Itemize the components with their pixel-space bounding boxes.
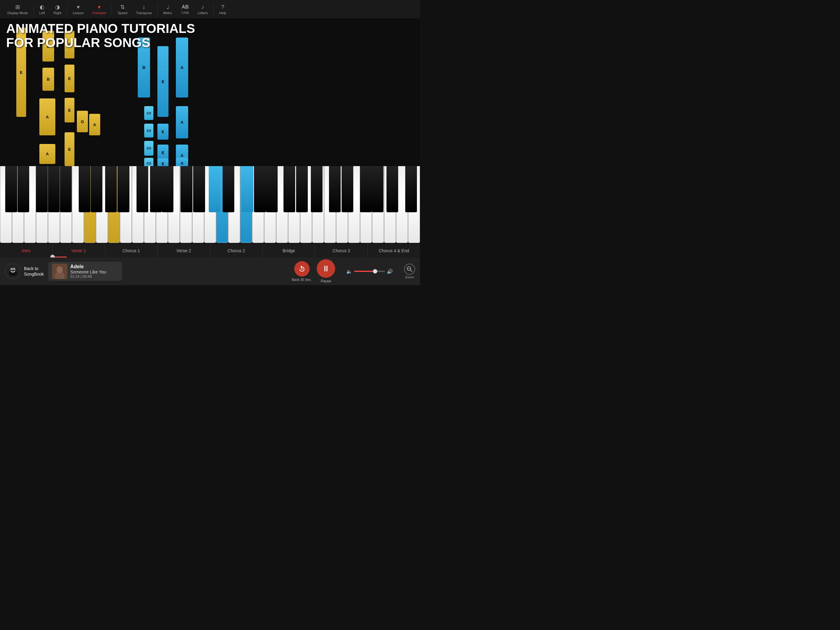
timeline-chorus2[interactable]: Chorus 2 [210,244,263,258]
note-bar: C# [144,158,153,166]
black-key[interactable] [117,166,129,212]
speed-icon: ⇅ [120,4,125,11]
black-key[interactable] [180,166,192,212]
black-key[interactable] [296,166,308,212]
transpose-icon: ↕ [143,4,145,11]
avatar-icon [5,263,21,279]
bottom-bar: Back to SongBook Adele Someone Like You … [0,258,420,285]
help-icon: ? [221,4,224,11]
play-pause-button[interactable]: ⏸ [317,259,335,278]
black-key[interactable] [311,166,322,212]
black-key[interactable] [329,166,341,212]
note-bar: E [158,158,169,166]
timeline-chorus1[interactable]: Chorus 1 [105,244,158,258]
note-bar: G [77,111,88,132]
toolbar-left[interactable]: ◐ Left [35,4,49,15]
black-key[interactable] [48,166,60,212]
watermark: ANIMATED PIANO TUTORIALS FOR POPULAR SON… [6,22,195,50]
note-bar: E [65,98,74,122]
black-key[interactable] [223,166,234,212]
right-icon: ◑ [55,4,60,11]
song-thumbnail [52,264,67,279]
toolbar-transpose[interactable]: ↕ Transpose [132,4,156,15]
black-key[interactable] [387,166,398,212]
note-bar: A [39,144,55,164]
piano-container [0,166,420,243]
black-key[interactable] [91,166,103,212]
playback-controls: 30 Back 30 Sec. ⏸ Pause 🔈 🔊 [292,259,415,283]
volume-high-icon: 🔊 [387,269,393,274]
black-key[interactable] [136,166,148,212]
black-key-blue[interactable] [209,166,221,212]
letters-icon: ♪ [201,4,204,11]
note-bar: E [158,46,169,117]
display-mode-icon: ⊞ [15,4,20,11]
toolbar-metro[interactable]: ♩ Metro. [159,4,177,15]
zoom-label: Zoom [405,275,414,279]
toolbar-help[interactable]: ? Help [215,4,231,15]
fall-area: ANIMATED PIANO TUTORIALS FOR POPULAR SON… [0,19,420,166]
black-key[interactable] [284,166,295,212]
volume-thumb[interactable] [373,269,377,274]
note-bar: B [43,68,54,91]
black-key[interactable] [17,166,29,212]
svg-point-6 [14,269,15,270]
toolbar-freestyle[interactable]: ▾ Freestyle [88,4,111,15]
note-bar: A [176,106,188,138]
black-key[interactable] [193,166,205,212]
note-bar: E [65,132,74,166]
black-key[interactable] [342,166,353,212]
black-key[interactable] [360,166,372,212]
black-key-blue[interactable] [242,166,253,212]
note-bar: A [39,98,55,135]
timeline-verse1[interactable]: Verse 1 [52,244,105,258]
black-key[interactable] [266,166,278,212]
zoom-button[interactable]: Zoom [404,264,415,279]
song-info: Adele Someone Like You 01:24 | 04:49 [48,262,122,281]
toolbar: ⊞ Display Mode ◐ Left ◑ Right ▾ Lesson ▾… [0,0,420,19]
toolbar-right[interactable]: ◑ Right [49,4,66,15]
left-icon: ◐ [39,4,44,11]
black-key[interactable] [60,166,72,212]
svg-rect-9 [55,273,64,279]
toolbar-lesson[interactable]: ▾ Lesson [69,4,88,15]
black-key[interactable] [5,166,17,212]
black-key[interactable] [405,166,417,212]
black-key[interactable] [79,166,90,212]
timeline-chorus3[interactable]: Chorus 3 [315,244,368,258]
timeline-chorus4[interactable]: Chorus 4 & End [368,244,420,258]
timeline: Intro Verse 1 Chorus 1 Verse 2 Chorus 2 … [0,244,420,258]
svg-text:30: 30 [301,268,303,270]
note-bar: C# [144,106,153,120]
timeline-intro[interactable]: Intro [0,244,52,258]
zoom-icon [404,264,415,275]
toolbar-loop[interactable]: AB Loop [177,4,193,14]
toolbar-display-mode[interactable]: ⊞ Display Mode [3,4,32,15]
freestyle-icon: ▾ [98,4,101,11]
toolbar-speed[interactable]: ⇅ Speed [113,4,132,15]
song-artist: Adele [70,264,106,269]
black-key[interactable] [254,166,266,212]
timeline-bridge[interactable]: Bridge [262,244,315,258]
volume-low-icon: 🔈 [346,269,352,274]
black-key[interactable] [36,166,47,212]
volume-control: 🔈 🔊 [346,269,393,274]
back-to-songbook-button[interactable]: Back to SongBook [5,263,44,279]
back30-label: Back 30 Sec. [292,278,312,282]
song-time: 01:24 | 04:49 [70,274,106,279]
note-bar: C# [144,141,153,156]
song-title: Someone Like You [70,269,106,274]
timeline-verse2[interactable]: Verse 2 [158,244,210,258]
note-bar: A [176,158,188,166]
black-key-yellow[interactable] [105,166,117,212]
note-bar: C# [144,123,153,138]
black-key[interactable] [372,166,384,212]
black-key[interactable] [150,166,162,212]
back30-button[interactable]: 30 [294,261,309,277]
black-key[interactable] [162,166,174,212]
toolbar-letters[interactable]: ♪ Letters [193,4,212,15]
song-details: Adele Someone Like You 01:24 | 04:49 [70,264,106,279]
svg-point-8 [57,266,63,274]
volume-slider[interactable] [354,271,385,272]
back-songbook-label: Back to SongBook [24,266,44,277]
